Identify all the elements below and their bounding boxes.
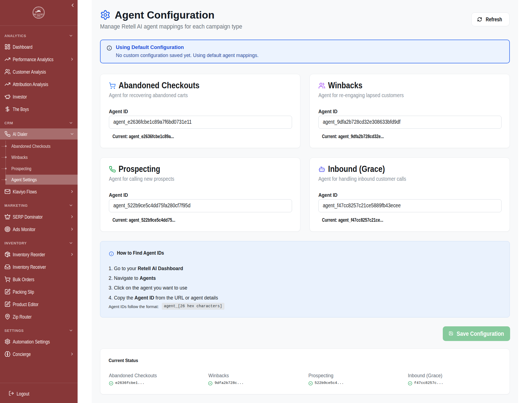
svg-text:MEATERY: MEATERY (34, 13, 44, 16)
